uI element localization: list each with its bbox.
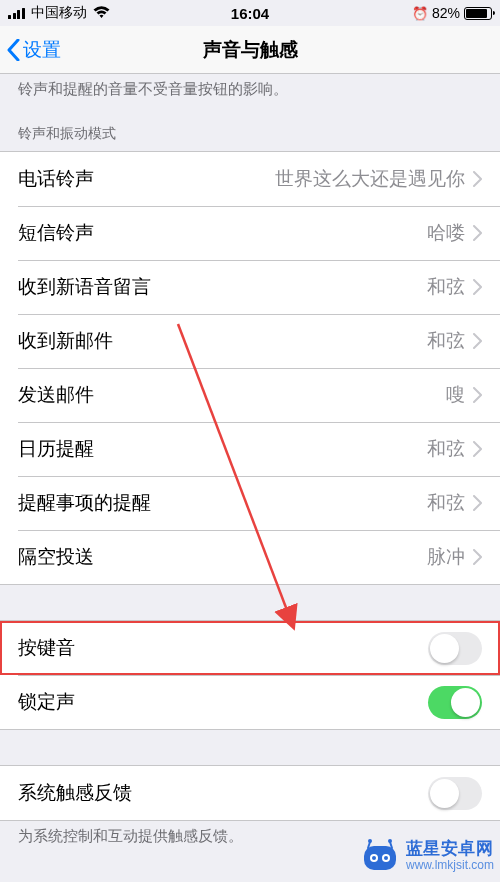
row-value: 和弦	[427, 490, 465, 516]
row-label: 提醒事项的提醒	[18, 490, 151, 516]
calendar-alerts-row[interactable]: 日历提醒 和弦	[0, 422, 500, 476]
ringtone-group-header: 铃声和振动模式	[0, 107, 500, 151]
watermark-name: 蓝星安卓网	[406, 840, 494, 859]
page-title: 声音与触感	[203, 37, 298, 63]
row-label: 电话铃声	[18, 166, 94, 192]
chevron-right-icon	[473, 279, 482, 295]
carrier-label: 中国移动	[31, 4, 87, 22]
airdrop-row[interactable]: 隔空投送 脉冲	[0, 530, 500, 584]
svg-point-4	[372, 856, 376, 860]
row-label: 隔空投送	[18, 544, 94, 570]
row-label: 收到新语音留言	[18, 274, 151, 300]
chevron-right-icon	[473, 333, 482, 349]
lock-sound-row[interactable]: 锁定声	[0, 675, 500, 729]
chevron-right-icon	[473, 495, 482, 511]
haptics-list: 系统触感反馈	[0, 765, 500, 821]
row-value: 世界这么大还是遇见你	[275, 166, 465, 192]
svg-point-9	[388, 839, 392, 843]
status-right: ⏰ 82%	[412, 5, 492, 21]
system-haptics-toggle[interactable]	[428, 777, 482, 810]
back-label: 设置	[23, 37, 61, 63]
row-label: 日历提醒	[18, 436, 94, 462]
ringtone-list: 电话铃声 世界这么大还是遇见你 短信铃声 哈喽 收到新语音留言 和弦 收到新邮件…	[0, 151, 500, 585]
svg-rect-1	[364, 846, 396, 870]
navigation-bar: 设置 声音与触感	[0, 26, 500, 74]
row-label: 系统触感反馈	[18, 780, 132, 806]
keyboard-clicks-row[interactable]: 按键音	[0, 621, 500, 675]
sounds-toggle-list: 按键音 锁定声	[0, 620, 500, 730]
sent-mail-row[interactable]: 发送邮件 嗖	[0, 368, 500, 422]
watermark-text: 蓝星安卓网 www.lmkjsit.com	[406, 840, 494, 872]
row-label: 短信铃声	[18, 220, 94, 246]
row-value: 和弦	[427, 436, 465, 462]
chevron-right-icon	[473, 225, 482, 241]
chevron-right-icon	[473, 171, 482, 187]
volume-note: 铃声和提醒的音量不受音量按钮的影响。	[0, 74, 500, 107]
reminder-alerts-row[interactable]: 提醒事项的提醒 和弦	[0, 476, 500, 530]
chevron-left-icon	[7, 39, 20, 61]
watermark: 蓝星安卓网 www.lmkjsit.com	[360, 836, 494, 876]
chevron-right-icon	[473, 441, 482, 457]
watermark-url: www.lmkjsit.com	[406, 859, 494, 872]
row-value: 脉冲	[427, 544, 465, 570]
row-label: 锁定声	[18, 689, 75, 715]
ringtone-row[interactable]: 电话铃声 世界这么大还是遇见你	[0, 152, 500, 206]
row-value: 和弦	[427, 328, 465, 354]
chevron-right-icon	[473, 549, 482, 565]
wifi-icon	[93, 5, 110, 22]
text-tone-row[interactable]: 短信铃声 哈喽	[0, 206, 500, 260]
clock-label: 16:04	[231, 5, 269, 22]
status-left: 中国移动	[8, 4, 110, 22]
chevron-right-icon	[473, 387, 482, 403]
voicemail-row[interactable]: 收到新语音留言 和弦	[0, 260, 500, 314]
cellular-signal-icon	[8, 8, 25, 19]
battery-icon	[464, 7, 492, 20]
watermark-robot-icon	[360, 836, 400, 876]
row-label: 发送邮件	[18, 382, 94, 408]
svg-point-8	[368, 839, 372, 843]
lock-sound-toggle[interactable]	[428, 686, 482, 719]
row-label: 按键音	[18, 635, 75, 661]
battery-percentage: 82%	[432, 5, 460, 21]
row-value: 嗖	[446, 382, 465, 408]
new-mail-row[interactable]: 收到新邮件 和弦	[0, 314, 500, 368]
row-label: 收到新邮件	[18, 328, 113, 354]
row-value: 哈喽	[427, 220, 465, 246]
status-bar: 中国移动 16:04 ⏰ 82%	[0, 0, 500, 26]
alarm-icon: ⏰	[412, 6, 428, 21]
system-haptics-row[interactable]: 系统触感反馈	[0, 766, 500, 820]
svg-point-5	[384, 856, 388, 860]
row-value: 和弦	[427, 274, 465, 300]
keyboard-clicks-toggle[interactable]	[428, 632, 482, 665]
back-button[interactable]: 设置	[0, 37, 61, 63]
